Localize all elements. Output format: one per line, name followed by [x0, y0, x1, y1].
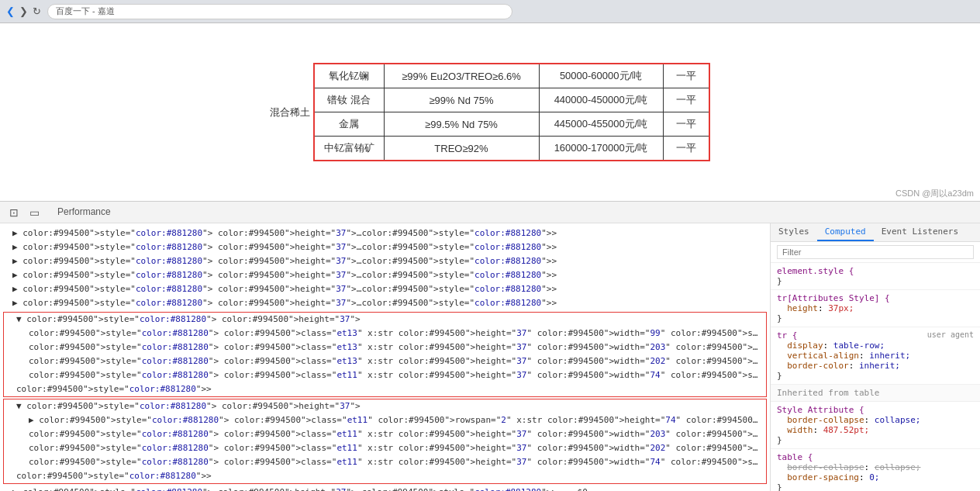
html-line[interactable]: ▶ color:#994500">style="color:#881280"> …	[0, 254, 770, 268]
html-highlight-box-1: ▼ color:#994500">style="color:#881280"> …	[3, 312, 767, 397]
table-cell: 一平	[663, 112, 709, 137]
style-rules-container: element.style {}tr[Attributes Style] { h…	[771, 263, 980, 491]
html-line[interactable]: ▶ color:#994500">style="color:#881280"> …	[0, 226, 770, 240]
table-cell: 440000-450000元/吨	[539, 88, 663, 112]
devtools-panel: ⊡ ▭ ElementsConsoleSourcesNetworkPerform…	[0, 202, 980, 491]
table-cell: 氧化钇镧	[314, 64, 384, 88]
style-prop-name: border-collapse	[787, 415, 864, 425]
style-source: user agent	[927, 330, 974, 339]
style-prop-value: collapse;	[875, 415, 921, 425]
styles-filter-container	[771, 242, 980, 263]
html-line[interactable]: color:#994500">style="color:#881280"> co…	[4, 427, 766, 441]
inspect-icon[interactable]: ⊡	[6, 205, 22, 220]
table-cell: 160000-170000元/吨	[539, 137, 663, 161]
table-cell: ≥99% Nd 75%	[384, 88, 539, 112]
url-bar[interactable]: 百度一下 - 嘉道	[47, 4, 512, 19]
devtools-tab-bar: ⊡ ▭ ElementsConsoleSourcesNetworkPerform…	[0, 202, 980, 223]
html-line[interactable]: color:#994500">style="color:#881280"> co…	[4, 327, 766, 341]
style-prop-value: 37px;	[828, 303, 854, 313]
table-container: 混合稀土 氧化钇镧≥99% Eu2O3/TREO≥6.6%50000-60000…	[270, 63, 710, 161]
html-line[interactable]: color:#994500">style="color:#881280"> co…	[4, 455, 766, 469]
table-cell: 445000-455000元/吨	[539, 112, 663, 137]
table-cell: 金属	[314, 112, 384, 137]
html-line[interactable]: ▶ color:#994500">style="color:#881280"> …	[0, 486, 770, 491]
style-prop-name: display	[787, 341, 823, 351]
styles-tab-bar: StylesComputedEvent Listeners	[771, 223, 980, 242]
style-prop-value: table-row;	[833, 341, 885, 351]
forward-icon[interactable]: ❯	[19, 5, 28, 17]
watermark: CSDN @周以a23dm	[895, 188, 974, 199]
style-rule: user agenttr { display: table-row; verti…	[771, 327, 980, 385]
html-line[interactable]: color:#994500">style="color:#881280"> co…	[4, 441, 766, 455]
devtools-left-icons: ⊡ ▭	[6, 205, 42, 220]
style-prop-name: vertical-align	[787, 351, 859, 361]
style-prop-value: collapse;	[875, 462, 921, 472]
style-prop-name: height	[787, 303, 818, 313]
elements-panel[interactable]: ▶ color:#994500">style="color:#881280"> …	[0, 223, 771, 491]
styles-tab-computed[interactable]: Computed	[817, 223, 874, 241]
styles-filter-input[interactable]	[777, 245, 974, 259]
style-prop-value: 487.52pt;	[823, 425, 870, 435]
html-line[interactable]: ▶ color:#994500">style="color:#881280"> …	[0, 268, 770, 282]
style-rule: table { border-collapse: collapse; borde…	[771, 449, 980, 491]
devtools-body: ▶ color:#994500">style="color:#881280"> …	[0, 223, 980, 491]
styles-panel: StylesComputedEvent Listeners element.st…	[771, 223, 980, 491]
device-icon[interactable]: ▭	[26, 205, 42, 220]
html-line[interactable]: color:#994500">style="color:#881280"> co…	[4, 368, 766, 382]
table-cell: 一平	[663, 137, 709, 161]
style-close-brace: }	[777, 313, 782, 323]
style-prop-name: border-spacing	[787, 472, 859, 482]
html-line[interactable]: ▶ color:#994500">style="color:#881280"> …	[0, 282, 770, 296]
style-selector: element.style {	[777, 266, 854, 276]
html-highlight-box-2: ▼ color:#994500">style="color:#881280"> …	[3, 399, 767, 484]
style-prop-value: inherit;	[869, 351, 910, 361]
url-text: 百度一下 - 嘉道	[56, 5, 115, 17]
html-line[interactable]: ▼ color:#994500">style="color:#881280"> …	[4, 399, 766, 413]
style-rule: tr[Attributes Style] { height: 37px;}	[771, 290, 980, 327]
table-cell: 中钇富铕矿	[314, 137, 384, 161]
style-selector: table {	[777, 452, 813, 462]
table-cell: 镨钕 混合	[314, 88, 384, 112]
table-cell: TREO≥92%	[384, 137, 539, 161]
style-selector: tr {	[777, 330, 798, 341]
reload-icon[interactable]: ↻	[33, 5, 41, 17]
styles-tab-event-listeners[interactable]: Event Listeners	[874, 223, 966, 241]
style-prop-value: 0;	[869, 472, 879, 482]
style-close-brace: }	[777, 482, 782, 491]
styles-tab-styles[interactable]: Styles	[771, 223, 817, 241]
browser-top-bar: ❮ ❯ ↻ 百度一下 - 嘉道	[0, 0, 980, 23]
html-line[interactable]: ▶ color:#994500">style="color:#881280"> …	[0, 240, 770, 254]
style-selector: tr[Attributes Style] {	[777, 293, 890, 303]
devtools-tab-performance[interactable]: Performance	[48, 203, 120, 222]
style-rule: element.style {}	[771, 263, 980, 290]
style-rule: Style Attribute { border-collapse: colla…	[771, 402, 980, 449]
style-prop-name: border-color	[787, 361, 848, 371]
data-table: 氧化钇镧≥99% Eu2O3/TREO≥6.6%50000-60000元/吨一平…	[313, 63, 710, 161]
style-prop-name: border-collapse	[787, 462, 864, 472]
table-cell: 一平	[663, 64, 709, 88]
table-cell: 50000-60000元/吨	[539, 64, 663, 88]
table-cell: ≥99% Eu2O3/TREO≥6.6%	[384, 64, 539, 88]
style-prop-value: inherit;	[859, 361, 900, 371]
style-close-brace: }	[777, 435, 782, 445]
back-icon[interactable]: ❮	[6, 5, 15, 17]
table-cell: 一平	[663, 88, 709, 112]
table-left-label: 混合稀土	[270, 105, 310, 119]
html-line[interactable]: ▶ color:#994500">style="color:#881280"> …	[0, 296, 770, 310]
html-line[interactable]: ▶ color:#994500">style="color:#881280"> …	[4, 413, 766, 427]
table-cell: ≥99.5% Nd 75%	[384, 112, 539, 137]
html-line[interactable]: color:#994500">style="color:#881280"> co…	[4, 341, 766, 354]
style-prop-name: width	[787, 425, 813, 435]
content-area: 混合稀土 氧化钇镧≥99% Eu2O3/TREO≥6.6%50000-60000…	[0, 23, 980, 202]
style-close-brace: }	[777, 371, 782, 381]
style-close-brace: }	[777, 276, 782, 286]
inherited-label: Inherited from table	[771, 385, 980, 402]
html-line[interactable]: color:#994500">style="color:#881280">>	[4, 382, 766, 396]
html-line[interactable]: color:#994500">style="color:#881280">>	[4, 469, 766, 483]
html-line[interactable]: ▼ color:#994500">style="color:#881280"> …	[4, 313, 766, 327]
html-line[interactable]: color:#994500">style="color:#881280"> co…	[4, 354, 766, 368]
style-selector: Style Attribute {	[777, 405, 864, 415]
